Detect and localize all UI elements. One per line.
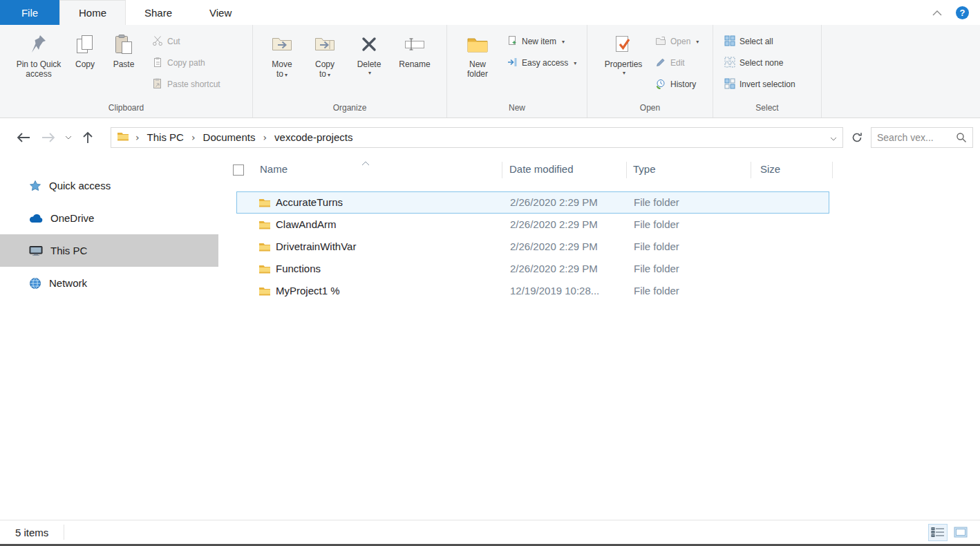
back-arrow-icon [16,132,31,143]
this-pc-icon [29,245,43,256]
navigation-pane: Quick access OneDrive This PC Network [0,156,218,520]
cut-icon [152,35,163,48]
breadcrumb-separator-icon: › [256,132,273,143]
sidebar-item-this-pc[interactable]: This PC [0,234,218,267]
history-button[interactable]: History [652,76,701,93]
copy-path-icon [152,57,163,70]
column-divider[interactable] [751,162,751,178]
status-bar: 5 items [0,520,980,544]
file-row-myproject1[interactable]: MyProject1 % 12/19/2019 10:28... File fo… [236,280,829,302]
column-header-date-modified[interactable]: Date modified [509,156,574,183]
ribbon-tab-bar: File Home Share View ? [0,0,980,25]
new-folder-icon [467,30,489,58]
group-label-open: Open [587,101,713,117]
breadcrumb-documents[interactable]: Documents [202,131,257,143]
group-label-new: New [447,101,587,117]
sort-ascending-icon [361,156,370,168]
easy-access-button[interactable]: Easy access ▾ [504,55,579,71]
back-button[interactable] [11,126,36,149]
details-view-button[interactable] [928,524,948,541]
column-headers: Name Date modified Type Size [218,156,980,183]
collapse-ribbon-button[interactable] [932,6,942,19]
open-icon [655,35,666,48]
ribbon-group-new: New folder New item ▾ Easy access ▾ [447,25,587,117]
file-list: Name Date modified Type Size AccurateTur… [218,156,980,520]
rename-button[interactable]: Rename [393,29,437,69]
items-count: 5 items [0,527,48,538]
select-none-button[interactable]: Select none [722,55,798,71]
chevron-down-icon [65,135,72,140]
column-divider[interactable] [502,162,502,178]
history-icon [655,78,666,91]
properties-button[interactable]: Properties ▾ [597,29,650,76]
copy-path-button[interactable]: Copy path [149,55,223,71]
column-header-name[interactable]: Name [260,156,288,183]
address-dropdown-button[interactable] [830,131,837,144]
up-arrow-icon [82,131,93,144]
up-button[interactable] [76,126,100,149]
tab-file[interactable]: File [0,0,59,25]
pin-to-quick-access-button[interactable]: Pin to Quick access [11,29,66,79]
move-to-button[interactable]: Move to▾ [263,29,301,80]
column-divider[interactable] [626,162,627,178]
column-header-type[interactable]: Type [633,156,656,183]
sidebar-item-onedrive[interactable]: OneDrive [0,202,218,234]
paste-shortcut-button[interactable]: Paste shortcut [149,76,223,93]
help-button[interactable]: ? [956,6,969,19]
new-item-button[interactable]: New item ▾ [504,33,579,50]
tab-home[interactable]: Home [59,0,126,25]
folder-icon [258,286,271,299]
copy-button[interactable]: Copy [66,29,104,69]
breadcrumb-vexcode-projects[interactable]: vexcode-projects [273,131,354,143]
folder-icon [258,242,271,254]
recent-locations-button[interactable] [61,126,76,149]
refresh-button[interactable] [847,127,867,148]
select-all-icon [724,35,735,48]
invert-selection-button[interactable]: Invert selection [722,76,798,93]
file-row-functions[interactable]: Functions 2/26/2020 2:29 PM File folder [236,258,829,280]
folder-icon [258,264,271,276]
sidebar-item-quick-access[interactable]: Quick access [0,169,218,202]
file-rows: AccurateTurns 2/26/2020 2:29 PM File fol… [236,191,829,302]
paste-button[interactable]: Paste [104,29,144,69]
copy-to-button[interactable]: Copy to▾ [305,29,344,80]
new-folder-button[interactable]: New folder [455,29,500,79]
dropdown-caret-icon: ▾ [574,60,576,66]
dropdown-caret-icon: ▾ [328,72,330,78]
thumbnails-view-icon [954,527,968,538]
sidebar-item-network[interactable]: Network [0,267,218,299]
status-divider [64,525,64,540]
dropdown-caret-icon: ▾ [623,70,625,76]
select-all-checkbox[interactable] [233,164,244,176]
invert-selection-icon [724,78,735,91]
details-view-icon [931,527,945,538]
tab-share[interactable]: Share [126,0,191,25]
move-to-icon [272,30,292,58]
new-item-icon [507,35,518,48]
file-row-drivetrainwithvar[interactable]: DrivetrainWithVar 2/26/2020 2:29 PM File… [236,236,829,258]
column-header-size[interactable]: Size [760,156,780,183]
file-row-clawandarm[interactable]: ClawAndArm 2/26/2020 2:29 PM File folder [236,214,829,236]
refresh-icon [851,132,863,143]
file-row-accurateturns[interactable]: AccurateTurns 2/26/2020 2:29 PM File fol… [236,191,829,214]
select-none-icon [724,57,735,70]
delete-button[interactable]: Delete ▾ [350,29,388,76]
copy-to-icon [314,30,335,58]
cut-button[interactable]: Cut [149,33,223,50]
address-bar[interactable]: › This PC › Documents › vexcode-projects [111,127,843,148]
group-label-organize: Organize [253,101,446,117]
ribbon: Pin to Quick access Copy Paste [0,25,980,118]
edit-icon [655,57,666,70]
pin-icon [30,30,47,58]
select-all-button[interactable]: Select all [722,33,798,50]
edit-button[interactable]: Edit [652,55,701,71]
search-input[interactable] [877,132,956,143]
breadcrumb-this-pc[interactable]: This PC [146,131,185,143]
delete-icon [361,30,377,58]
column-divider[interactable] [832,162,833,178]
folder-icon [258,198,271,210]
forward-button[interactable] [36,126,61,149]
open-button[interactable]: Open ▾ [652,33,701,50]
thumbnails-view-button[interactable] [951,524,970,541]
tab-view[interactable]: View [191,0,250,25]
